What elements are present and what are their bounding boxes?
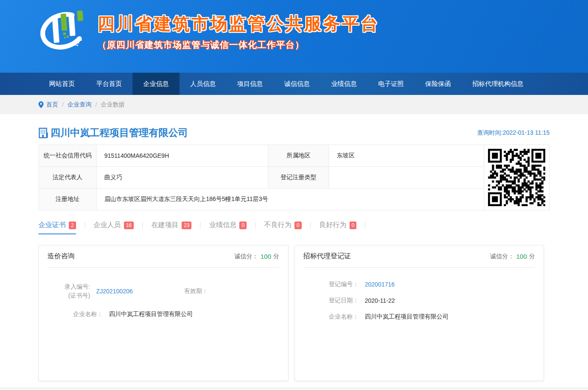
- breadcrumb-separator: /: [95, 101, 97, 108]
- site-title: 四川省建筑市场监管公共服务平台: [97, 12, 379, 35]
- breadcrumb: 首页 / 企业查询 / 企业数据: [38, 95, 550, 114]
- tab-bad-behavior[interactable]: 不良行为 0: [264, 221, 302, 234]
- tab-projects-under-construction[interactable]: 在建项目 23: [151, 221, 191, 234]
- entry-no-link[interactable]: ZJ202100206: [96, 288, 133, 295]
- footer-divider: [0, 388, 588, 390]
- company-name-label: 企业名称：: [56, 310, 103, 318]
- detail-tabs: 企业证书 2 企业人员 16 在建项目 23 业绩信息 0 不良行为 0 良好行…: [38, 221, 550, 234]
- card-cost-consulting: 造价咨询 诚信分： 100 分 录入编号: (证书号) ZJ202100206: [38, 245, 288, 381]
- tab-label: 业绩信息: [209, 221, 236, 230]
- legal-rep-label: 法定代表人: [39, 167, 97, 189]
- card-title: 招标代理登记证: [303, 252, 351, 261]
- breadcrumb-home[interactable]: 首页: [46, 101, 58, 109]
- table-row: 统一社会信用代码 91511400MA6420GE9H 所属地区 东坡区: [39, 145, 484, 167]
- breadcrumb-bar: 首页 / 企业查询 / 企业数据: [0, 95, 588, 114]
- credit-score-unit: 分: [529, 253, 535, 260]
- credit-code-value: 91511400MA6420GE9H: [97, 145, 268, 167]
- table-row: 注册地址 眉山市东坡区眉州大道东三段天天向上186号5幢1单元11层3号: [39, 189, 484, 210]
- legal-rep-value: 曲义巧: [97, 167, 268, 189]
- entry-no-label: 录入编号: (证书号): [56, 282, 90, 300]
- credit-score-label: 诚信分：: [234, 253, 258, 260]
- tab-label: 不良行为: [264, 221, 291, 230]
- tab-count-badge: 23: [182, 222, 191, 229]
- nav-item-bidding-agency-info[interactable]: 招标代理机构信息: [462, 73, 534, 95]
- tab-separator: [310, 222, 311, 228]
- tab-label: 企业人员: [94, 221, 121, 230]
- company-name-value: 四川中岚工程项目管理有限公司: [109, 310, 193, 318]
- nav-item-site-home[interactable]: 网站首页: [38, 73, 85, 95]
- main-nav: 网站首页 平台首页 企业信息 人员信息 项目信息 诚信信息 业绩信息 电子证照 …: [0, 73, 588, 95]
- credit-code-label: 统一社会信用代码: [39, 145, 97, 167]
- address-label: 注册地址: [39, 189, 97, 210]
- company-info-section: 统一社会信用代码 91511400MA6420GE9H 所属地区 东坡区 法定代…: [38, 145, 550, 210]
- credit-score: 诚信分： 100 分: [234, 253, 279, 260]
- tab-separator: [365, 222, 365, 228]
- nav-item-performance-info[interactable]: 业绩信息: [320, 73, 368, 95]
- region-label: 所属地区: [268, 145, 329, 167]
- tab-separator: [200, 222, 200, 228]
- nav-item-project-info[interactable]: 项目信息: [226, 73, 273, 95]
- credit-score: 诚信分： 100 分: [490, 253, 535, 260]
- breadcrumb-separator: /: [62, 101, 64, 108]
- tab-label: 良好行为: [319, 221, 347, 230]
- address-value: 眉山市东坡区眉州大道东三段天天向上186号5幢1单元11层3号: [97, 189, 484, 210]
- tab-enterprise-certificates[interactable]: 企业证书 2: [38, 221, 76, 234]
- tab-count-badge: 16: [124, 222, 134, 229]
- tab-count-badge: 0: [350, 222, 357, 229]
- credit-score-unit: 分: [273, 253, 279, 260]
- card-bidding-agency-registration: 招标代理登记证 诚信分： 100 分 登记编号： 202001716 登记日期：: [294, 245, 544, 381]
- qr-code: [488, 149, 545, 206]
- tab-label: 在建项目: [151, 221, 179, 230]
- reg-type-label: 登记注册类型: [268, 167, 329, 189]
- breadcrumb-current: 企业数据: [101, 101, 125, 109]
- site-header: 四川省建筑市场监管公共服务平台 （原四川省建筑市场监管与诚信一体化工作平台）: [0, 0, 588, 73]
- tab-label: 企业证书: [38, 221, 66, 230]
- reg-no-label: 登记编号：: [312, 281, 359, 288]
- tab-separator: [85, 222, 85, 228]
- reg-date-value: 2020-11-22: [365, 297, 395, 304]
- company-name-label: 企业名称：: [312, 313, 359, 321]
- table-row: 法定代表人 曲义巧 登记注册类型: [39, 167, 484, 189]
- building-icon: [38, 127, 49, 139]
- nav-item-credit-info[interactable]: 诚信信息: [273, 73, 320, 95]
- credit-score-label: 诚信分：: [490, 253, 514, 260]
- tab-count-badge: 0: [294, 222, 302, 229]
- tab-performance-info[interactable]: 业绩信息 0: [209, 221, 247, 234]
- certificate-cards: 造价咨询 诚信分： 100 分 录入编号: (证书号) ZJ202100206: [38, 245, 544, 381]
- qr-code-box: [484, 145, 550, 210]
- company-name-value: 四川中岚工程项目管理有限公司: [365, 313, 449, 321]
- tab-separator: [255, 222, 256, 228]
- reg-no-link[interactable]: 202001716: [365, 281, 395, 288]
- site-subtitle: （原四川省建筑市场监管与诚信一体化工作平台）: [97, 39, 379, 51]
- nav-item-personnel-info[interactable]: 人员信息: [179, 73, 226, 95]
- page-title-company-name: 四川中岚工程项目管理有限公司: [50, 126, 188, 139]
- tab-count-badge: 0: [239, 222, 247, 229]
- credit-score-value: 100: [516, 253, 527, 260]
- card-title: 造价咨询: [47, 252, 75, 261]
- region-value: 东坡区: [329, 145, 484, 167]
- breadcrumb-enterprise-query[interactable]: 企业查询: [68, 101, 91, 109]
- tab-separator: [142, 222, 143, 228]
- nav-item-insurance-guarantee[interactable]: 保险保函: [415, 73, 462, 95]
- reg-type-value: [329, 167, 484, 189]
- tab-count-badge: 2: [69, 222, 76, 229]
- valid-period-label: 有效期：: [184, 287, 208, 295]
- query-time: 查询时间:2022-01-13 11:15: [477, 129, 550, 137]
- nav-item-platform-home[interactable]: 平台首页: [85, 73, 132, 95]
- location-pin-icon: [38, 101, 44, 108]
- nav-item-e-certificate[interactable]: 电子证照: [368, 73, 415, 95]
- reg-date-label: 登记日期：: [312, 297, 359, 304]
- tab-enterprise-personnel[interactable]: 企业人员 16: [94, 221, 134, 234]
- main-content: 四川中岚工程项目管理有限公司 查询时间:2022-01-13 11:15 统一社…: [38, 126, 550, 381]
- tab-good-behavior[interactable]: 良好行为 0: [319, 221, 357, 234]
- company-info-table: 统一社会信用代码 91511400MA6420GE9H 所属地区 东坡区 法定代…: [38, 145, 484, 210]
- credit-score-value: 100: [260, 253, 271, 260]
- nav-item-enterprise-info[interactable]: 企业信息: [132, 73, 179, 95]
- site-logo-icon: [37, 5, 91, 52]
